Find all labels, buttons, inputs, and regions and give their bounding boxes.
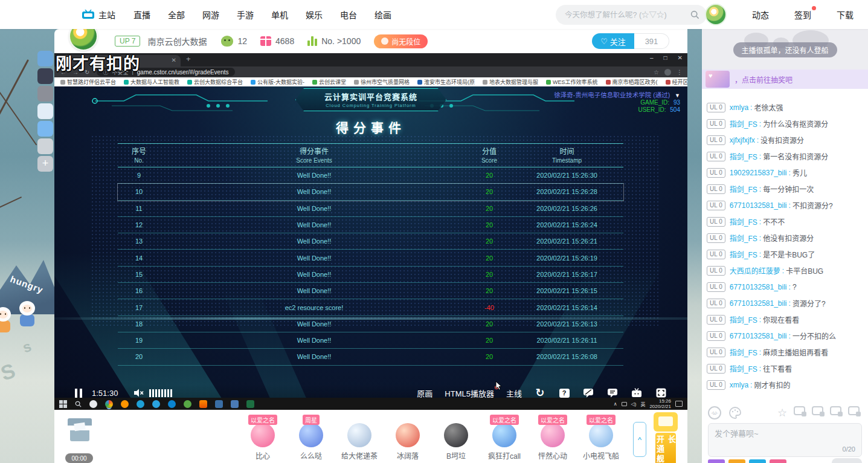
nav-item[interactable]: 单机 (271, 8, 288, 21)
card-extra-icon[interactable] (848, 406, 860, 415)
follower-count[interactable]: 391 (634, 33, 669, 49)
nav-item-download[interactable]: 下载 (837, 8, 854, 21)
table-header-cell: 时间 Timestamp (510, 146, 623, 164)
gift-item[interactable]: 给大佬递茶 (335, 410, 384, 463)
treasure-chest-icon[interactable] (68, 418, 92, 442)
docked-avatar[interactable] (37, 51, 53, 66)
gift-item[interactable]: 以爱之名 比心 (239, 410, 287, 463)
gift-icon[interactable] (492, 423, 516, 447)
nav-item-feed[interactable]: 动态 (752, 8, 769, 21)
gift-icon[interactable] (251, 423, 275, 447)
gift-bar-collapse-button[interactable]: ^ (633, 422, 646, 457)
gift-item[interactable]: 周星 么么哒 (287, 410, 335, 463)
emoticon-icon[interactable]: ·ω· (708, 406, 721, 419)
chat-username[interactable]: 67710132581_bili (730, 201, 787, 210)
chat-username[interactable]: 指剑_FS (730, 184, 757, 194)
chat-username[interactable]: xmlya (730, 381, 748, 389)
chat-username[interactable]: 67710132581_bili (730, 299, 787, 308)
lottery-text[interactable]: ，点击前往抽奖吧 (735, 74, 792, 85)
line-selector[interactable]: 主线 (506, 387, 522, 399)
cell-no: 10 (118, 188, 160, 195)
gift-item[interactable]: 以爱之名 小电视飞船 (577, 410, 625, 463)
danmaku-style-chips (708, 459, 786, 463)
card-lock-icon[interactable] (812, 406, 823, 415)
chat-username[interactable]: 指剑_FS (730, 151, 757, 161)
search-input[interactable] (565, 11, 690, 19)
live-video-player[interactable]: 刚才有扣的 ✕ + – □ ✕ ← → ↻ ⓘ 不安全 | game.c (54, 53, 687, 410)
quality-selector[interactable]: 原画 (417, 387, 432, 399)
nav-item[interactable]: 手游 (237, 8, 254, 21)
muted-volume-icon[interactable] (133, 388, 144, 398)
nav-home[interactable]: 主站 (82, 8, 115, 21)
danmaku-input-box[interactable]: 0/20 (708, 423, 862, 457)
gift-row: 以爱之名 比心 周星 么么哒 给大佬递茶 冰阔落 (239, 410, 625, 463)
magic-star-icon[interactable]: ☆ (777, 406, 787, 419)
privilege-banner[interactable]: 开通舰长 (652, 412, 679, 463)
gift-icon[interactable] (589, 423, 613, 447)
help-icon[interactable]: ? (558, 387, 570, 399)
docked-avatar[interactable] (37, 138, 53, 154)
danmaku-settings-icon[interactable] (606, 387, 619, 399)
card-edit-icon[interactable] (830, 406, 841, 415)
gift-icon[interactable] (396, 423, 420, 447)
search-box[interactable] (556, 5, 707, 25)
cstor-logo-icon[interactable] (705, 4, 727, 25)
docked-avatar[interactable] (37, 103, 53, 119)
style-chip-pink[interactable] (770, 459, 786, 463)
chat-username[interactable]: 67710132581_bili (730, 283, 787, 291)
style-chip-orange[interactable] (728, 459, 745, 463)
chat-username[interactable]: 指剑_FS (730, 347, 757, 357)
user-level-badge: UL 0 (707, 348, 725, 357)
chat-username[interactable]: 指剑_FS (730, 249, 757, 259)
chat-username[interactable]: 指剑_FS (730, 363, 757, 374)
card-trash-icon[interactable] (794, 406, 805, 415)
chat-username[interactable]: 指剑_FS (730, 118, 757, 129)
docked-avatar[interactable] (37, 86, 53, 102)
refresh-icon[interactable]: ↻ (534, 387, 546, 399)
chat-username[interactable]: 指剑_FS (730, 216, 757, 227)
nav-item[interactable]: 电台 (340, 8, 357, 21)
nav-item-main[interactable]: 主站 (98, 8, 115, 21)
style-chip-purple[interactable] (708, 459, 725, 463)
gift-icon[interactable] (444, 423, 468, 447)
chat-username[interactable]: 指剑_FS (730, 314, 757, 325)
search-icon[interactable] (690, 10, 699, 19)
block-danmaku-icon[interactable] (582, 387, 594, 399)
style-chip-blue[interactable] (749, 459, 766, 463)
chat-username[interactable]: 指剑_FS (730, 233, 757, 243)
gift-item[interactable]: 以爱之名 疯狂打call (480, 410, 529, 463)
pause-button[interactable] (75, 389, 82, 398)
gift-icon[interactable] (347, 423, 371, 447)
fullscreen-icon[interactable] (655, 387, 667, 399)
player-engine-selector[interactable]: HTML5播放器 (445, 387, 494, 399)
platform-user-info: 徐泽奇-贵州电子信息职业技术学院 (通过) ▼ GAME_ID: 93 USER… (554, 91, 680, 114)
mini-tv-icon[interactable] (631, 387, 643, 399)
chat-username[interactable]: xjfxjfxjfx (730, 136, 755, 144)
nav-item[interactable]: 绘画 (375, 8, 391, 21)
gift-icon[interactable] (541, 423, 565, 447)
maximize-icon: □ (664, 54, 667, 61)
send-danmaku-button[interactable] (832, 458, 862, 463)
chat-username[interactable]: xmlya (730, 103, 748, 112)
lottery-banner[interactable]: ，点击前往抽奖吧 (702, 70, 868, 89)
danmaku-input[interactable] (709, 424, 861, 444)
add-avatar-button[interactable]: + (37, 156, 53, 172)
nav-item[interactable]: 娱乐 (306, 8, 323, 21)
gift-item[interactable]: 以爱之名 怦然心动 (529, 410, 577, 463)
danmaku-color-palette-icon[interactable] (728, 406, 742, 419)
gift-icon[interactable] (299, 423, 323, 447)
gift-item[interactable]: 冰阔落 (384, 410, 432, 463)
chat-username[interactable]: 大西瓜的红菠萝 (730, 265, 780, 276)
gift-item[interactable]: B坷垃 (432, 410, 480, 463)
nav-item[interactable]: 直播 (133, 8, 150, 21)
chat-username[interactable]: 19029215837_bili (730, 169, 787, 177)
privilege-ribbon[interactable]: 开通舰长 (655, 433, 676, 463)
follow-button[interactable]: ♡ 关注 (592, 33, 634, 49)
nav-item[interactable]: 网游 (202, 8, 219, 21)
volume-level-bars[interactable] (149, 389, 172, 397)
docked-avatar[interactable] (37, 121, 53, 137)
nav-item-checkin[interactable]: 签到 (794, 8, 811, 21)
nav-item[interactable]: 全部 (168, 8, 185, 21)
docked-avatar[interactable] (37, 68, 53, 84)
chat-username[interactable]: 67710132581_bili (730, 332, 787, 340)
